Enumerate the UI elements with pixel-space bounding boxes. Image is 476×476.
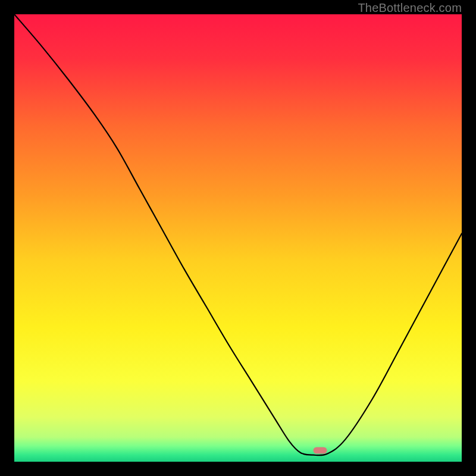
- chart-canvas: [14, 14, 462, 462]
- watermark-text: TheBottleneck.com: [358, 1, 462, 15]
- plot-frame: [14, 14, 462, 462]
- minimum-marker: [313, 447, 327, 454]
- gradient-background: [14, 14, 462, 462]
